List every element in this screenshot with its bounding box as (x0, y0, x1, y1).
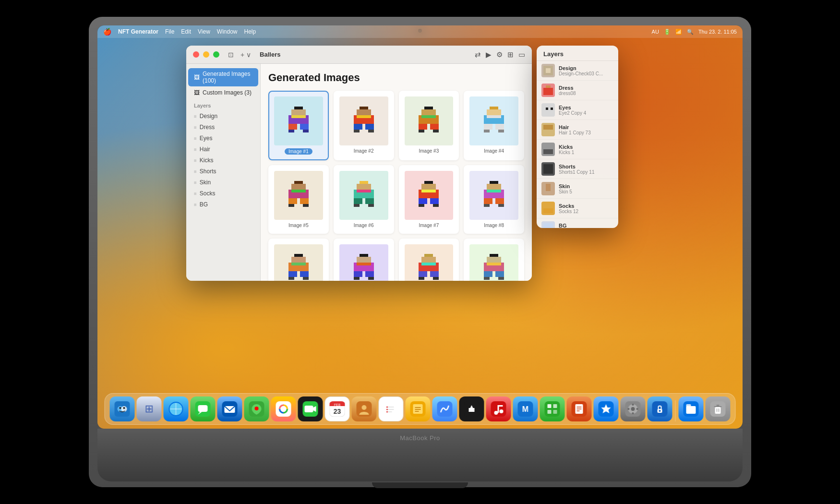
right-layer-eyes[interactable]: Eyes Eye2 Copy 4 (537, 100, 618, 120)
settings-icon[interactable]: ⚙ (496, 50, 503, 59)
play-icon[interactable]: ▶ (486, 50, 492, 59)
kicks-thumb (541, 143, 555, 156)
layer-shorts[interactable]: ≡ Shorts (188, 166, 258, 177)
svg-rect-198 (715, 407, 721, 414)
svg-rect-175 (553, 404, 557, 408)
laptop: 🍎 NFT Generator File Edit View Window He… (89, 17, 751, 487)
dock-launchpad[interactable]: ⊞ (137, 396, 162, 421)
svg-rect-13 (365, 124, 374, 130)
image-card-5[interactable]: Image #5 (268, 165, 329, 234)
search-icon[interactable]: 🔍 (687, 29, 694, 35)
right-layer-shorts[interactable]: Shorts Shorts1 Copy 11 (537, 159, 618, 179)
sidebar-item-generated[interactable]: 🖼 Generated Images (100) (188, 68, 258, 86)
image-card-6[interactable]: Image #6 (334, 165, 394, 234)
generated-icon: 🖼 (194, 74, 200, 81)
menu-window[interactable]: Window (217, 28, 238, 35)
svg-rect-33 (291, 184, 306, 190)
dock-vpn[interactable] (648, 396, 672, 421)
shorts-name: Shorts (559, 164, 613, 169)
design-name: Design (559, 65, 613, 71)
layer-hair[interactable]: ≡ Hair (188, 144, 258, 155)
menu-file[interactable]: File (165, 28, 174, 35)
menubar: 🍎 NFT Generator File Edit View Window He… (97, 25, 743, 38)
shorts-info: Shorts Shorts1 Copy 11 (559, 164, 613, 175)
dock-facetime[interactable] (298, 396, 323, 421)
layer-kicks-label: Kicks (200, 157, 214, 164)
apple-logo-icon[interactable]: 🍎 (103, 28, 111, 36)
layer-dress[interactable]: ≡ Dress (188, 122, 258, 132)
svg-point-156 (386, 407, 388, 408)
dock-maps[interactable] (244, 396, 269, 421)
svg-rect-83 (421, 263, 436, 265)
dock: ⊞ (105, 393, 736, 425)
image-card-8[interactable]: Image #8 (464, 165, 524, 234)
svg-rect-196 (686, 404, 691, 407)
dock-trash[interactable] (706, 396, 731, 421)
svg-rect-114 (546, 108, 548, 110)
layer-socks[interactable]: ≡ Socks (188, 188, 258, 199)
dock-messages[interactable] (191, 396, 216, 421)
dock-freeform[interactable] (432, 396, 457, 421)
maximize-button[interactable] (213, 51, 219, 58)
app-name[interactable]: NFT Generator (118, 28, 158, 35)
right-layer-dress[interactable]: Dress dress08 (537, 81, 618, 100)
dock-mail[interactable] (217, 396, 242, 421)
layer-eyes[interactable]: ≡ Eyes (188, 133, 258, 144)
menu-edit[interactable]: Edit (181, 28, 191, 35)
right-layer-socks[interactable]: Socks Socks 12 (537, 199, 618, 218)
menu-help[interactable]: Help (244, 28, 256, 35)
minimize-button[interactable] (203, 51, 209, 58)
monitor-icon[interactable]: ▭ (518, 50, 525, 59)
image-card-7[interactable]: Image #7 (399, 165, 459, 234)
right-layer-kicks[interactable]: Kicks Kicks 1 (537, 140, 618, 159)
right-layer-hair[interactable]: Hair Hair 1 Copy 73 (537, 120, 618, 140)
image-card-2[interactable]: Image #2 (334, 91, 394, 160)
svg-rect-176 (548, 410, 552, 414)
svg-rect-80 (424, 254, 433, 257)
dock-pages[interactable] (567, 396, 592, 421)
dock-notes[interactable] (406, 396, 431, 421)
image-card-12[interactable]: Image #12 (464, 239, 524, 281)
layer-kicks[interactable]: ≡ Kicks (188, 155, 258, 166)
right-layer-skin[interactable]: Skin Skin 5 (537, 179, 618, 199)
dock-safari[interactable] (164, 396, 189, 421)
close-button[interactable] (193, 51, 199, 58)
svg-rect-14 (354, 130, 360, 132)
image-card-9[interactable]: Image #9 (268, 239, 329, 281)
dock-numbers[interactable] (540, 396, 565, 421)
dock-contacts[interactable] (352, 396, 377, 421)
layer-eyes-label: Eyes (200, 135, 213, 142)
image-card-3[interactable]: Image #3 (399, 91, 459, 160)
right-layer-design[interactable]: Design Design-Check03 C... (537, 61, 618, 81)
add-button[interactable]: + ∨ (239, 50, 253, 60)
dock-markcopy[interactable]: M (513, 396, 538, 421)
dock-appletv[interactable] (459, 396, 484, 421)
image-card-11[interactable]: Image #11 (399, 239, 459, 281)
menu-view[interactable]: View (198, 28, 210, 35)
dock-appstore[interactable] (594, 396, 619, 421)
right-layer-bg[interactable]: BG Bg Copy 3 (537, 218, 618, 228)
svg-rect-62 (484, 204, 490, 207)
dock-calendar[interactable]: 23 FEB (325, 396, 350, 421)
svg-rect-87 (433, 277, 439, 280)
dock-reminders[interactable] (379, 396, 404, 421)
dock-files[interactable] (679, 396, 704, 421)
shuffle-icon[interactable]: ⇄ (475, 50, 481, 59)
dock-finder[interactable] (110, 396, 135, 421)
image-card-10[interactable]: Image #10 (334, 239, 394, 281)
sidebar-item-custom[interactable]: 🖼 Custom Images (3) (188, 87, 258, 98)
sidebar-toggle-icon[interactable]: ⊡ (226, 50, 236, 60)
dock-music[interactable] (486, 396, 511, 421)
image-card-4[interactable]: Image #4 (464, 91, 524, 160)
screen-content: 🍎 NFT Generator File Edit View Window He… (97, 25, 743, 429)
grid-view-icon[interactable]: ⊞ (507, 50, 514, 59)
svg-rect-49 (421, 184, 436, 190)
layer-design[interactable]: ≡ Design (188, 111, 258, 121)
image-card-1[interactable]: Image #1 (268, 91, 329, 160)
svg-rect-20 (419, 124, 427, 130)
layer-skin[interactable]: ≡ Skin (188, 177, 258, 188)
layer-bg[interactable]: ≡ BG (188, 199, 258, 210)
image-3-label: Image #3 (419, 148, 439, 154)
dock-system-preferences[interactable] (621, 396, 646, 421)
dock-photos[interactable] (271, 396, 296, 421)
